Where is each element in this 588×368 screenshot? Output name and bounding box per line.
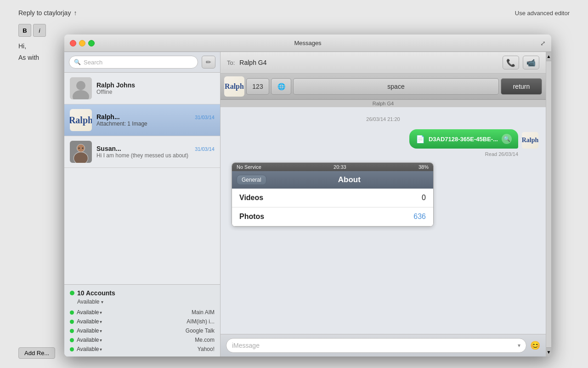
account-status-5: Available — [77, 346, 99, 352]
accounts-title: 10 Accounts — [77, 289, 115, 297]
susan-preview: Hi I am home (they messed us about) — [96, 152, 215, 159]
account-dot-2 — [70, 320, 74, 324]
reply-to-text: Reply to ctaylorjay — [18, 9, 71, 17]
conversation-item-ralph-johns[interactable]: Ralph Johns Offline — [64, 73, 220, 104]
svg-point-9 — [82, 148, 84, 149]
account-row-3[interactable]: Available ▾ Google Talk — [70, 326, 215, 335]
italic-button[interactable]: i — [33, 24, 46, 37]
attachment-doc-icon: 📄 — [416, 135, 425, 144]
to-name: Ralph G4 — [239, 59, 266, 66]
chat-header: To: Ralph G4 📞 📹 — [220, 52, 546, 74]
account-name-4: Me.com — [195, 337, 215, 343]
videos-value: 0 — [422, 194, 426, 202]
read-receipt: Read 26/03/14 — [228, 151, 518, 157]
right-scrollbar[interactable]: ▲ ▼ — [546, 52, 551, 356]
keyboard-name-label: Ralph G4 — [220, 100, 546, 107]
conversation-item-ralph-g4[interactable]: Ralph Ralph... 31/03/14 Attachment: 1 Im… — [64, 104, 220, 136]
phone-time: 20:33 — [334, 164, 346, 170]
title-bar: Messages ⤢ — [64, 34, 551, 52]
keyboard-suggestion-bar: Ralph 123 🌐 space return — [220, 74, 546, 100]
sent-msg-avatar: Ralph — [522, 132, 538, 149]
to-label: To: — [227, 59, 235, 66]
account-row-2[interactable]: Available ▾ AIM(ish) i... — [70, 317, 215, 326]
ralph-johns-info: Ralph Johns Offline — [96, 81, 215, 95]
chat-messages: 26/03/14 21:20 📄 D3AD7128-365E-45BE-... … — [220, 107, 546, 334]
imessage-placeholder: iMessage — [232, 342, 518, 349]
account-status-2: Available — [77, 318, 99, 325]
window-title: Messages — [294, 40, 321, 46]
keyboard-globe-button[interactable]: 🌐 — [271, 78, 291, 95]
attachment-bubble: 📄 D3AD7128-365E-45BE-... 🔍 — [409, 129, 518, 149]
account-dot-1 — [70, 310, 74, 315]
editor-top-bar: Reply to ctaylorjay ↑ Use advanced edito… — [18, 9, 570, 17]
add-reply-button[interactable]: Add Re... — [18, 347, 55, 359]
phone-battery: 38% — [418, 164, 429, 170]
search-placeholder: Search — [84, 59, 102, 66]
ralph-g4-name: Ralph... — [96, 113, 120, 121]
videos-label: Videos — [239, 194, 263, 202]
search-icon: 🔍 — [74, 59, 81, 65]
account-status-1: Available — [77, 309, 99, 316]
traffic-lights — [70, 40, 95, 46]
account-row-4[interactable]: Available ▾ Me.com — [70, 335, 215, 345]
account-dropdown-3: ▾ — [100, 328, 102, 334]
ralph-johns-avatar — [70, 77, 92, 99]
bold-button[interactable]: B — [18, 24, 31, 37]
phone-carrier: No Service — [237, 164, 261, 170]
emoji-button[interactable]: 😊 — [530, 340, 540, 351]
expand-button[interactable]: ⤢ — [540, 40, 546, 47]
account-dot-4 — [70, 338, 74, 342]
use-advanced-editor-link[interactable]: Use advanced editor — [515, 10, 570, 17]
conversation-list: Ralph Johns Offline Ralph Ralph... 31/03… — [64, 73, 220, 284]
phone-call-button[interactable]: 📞 — [503, 56, 519, 69]
conversation-item-susan[interactable]: Susan... 31/03/14 Hi I am home (they mes… — [64, 136, 220, 168]
maximize-button[interactable] — [88, 40, 95, 46]
close-button[interactable] — [70, 40, 76, 46]
susan-avatar — [70, 141, 92, 163]
phone-row-videos: Videos 0 — [232, 189, 433, 207]
scroll-up-button[interactable]: ▲ — [546, 52, 551, 61]
account-rows: Available ▾ Main AIM Available ▾ AIM(ish… — [70, 308, 215, 354]
account-row-5[interactable]: Available ▾ Yahoo! — [70, 345, 215, 354]
account-dropdown-2: ▾ — [100, 319, 102, 324]
ralph-johns-status: Offline — [96, 89, 215, 95]
account-row-1[interactable]: Available ▾ Main AIM — [70, 308, 215, 317]
phone-row-photos: Photos 636 — [232, 207, 433, 226]
account-status-3: Available — [77, 328, 99, 334]
phone-status-bar: No Service 20:33 38% — [232, 163, 433, 171]
attachment-filename: D3AD7128-365E-45BE-... — [429, 136, 498, 143]
accounts-dropdown-arrow: ▾ — [101, 299, 103, 305]
account-dot-5 — [70, 347, 74, 351]
accounts-status[interactable]: Available ▾ — [77, 299, 215, 305]
messages-window: Messages ⤢ 🔍 Search ✏ — [64, 34, 551, 356]
account-name-5: Yahoo! — [198, 346, 215, 352]
susan-info: Susan... 31/03/14 Hi I am home (they mes… — [96, 145, 215, 159]
keyboard-return-button[interactable]: return — [501, 78, 542, 95]
imessage-input[interactable]: iMessage ▾ — [226, 338, 526, 353]
sent-avatar-signature: Ralph — [522, 132, 538, 149]
minimize-button[interactable] — [79, 40, 85, 46]
account-status-4: Available — [77, 337, 99, 343]
search-in-attachment-button[interactable]: 🔍 — [502, 134, 512, 144]
phone-nav-title: About — [270, 175, 429, 184]
search-box[interactable]: 🔍 Search — [69, 56, 198, 69]
message-timestamp: 26/03/14 21:20 — [228, 116, 538, 122]
keyboard-num-button[interactable]: 123 — [246, 78, 269, 95]
window-body: 🔍 Search ✏ — [64, 52, 551, 356]
phone-back-button[interactable]: General — [237, 175, 266, 185]
phone-table: Videos 0 Photos 636 — [232, 189, 433, 226]
accounts-status-dot — [70, 291, 74, 295]
svg-point-6 — [77, 144, 85, 152]
sent-message-row: 📄 D3AD7128-365E-45BE-... 🔍 Ralph — [228, 129, 538, 149]
accounts-status-text: Available — [77, 299, 99, 305]
keyboard-space-button[interactable]: space — [293, 78, 499, 95]
sidebar: 🔍 Search ✏ — [64, 52, 220, 356]
input-dropdown-arrow[interactable]: ▾ — [518, 342, 520, 349]
ralph-g4-info: Ralph... 31/03/14 Attachment: 1 Image — [96, 113, 215, 127]
svg-point-8 — [79, 148, 80, 149]
video-call-button[interactable]: 📹 — [523, 56, 539, 69]
account-name-2: AIM(ish) i... — [187, 318, 215, 325]
keyboard-avatar: Ralph — [224, 76, 244, 97]
chat-input-area: iMessage ▾ 😊 — [220, 334, 546, 356]
compose-button[interactable]: ✏ — [202, 56, 215, 69]
